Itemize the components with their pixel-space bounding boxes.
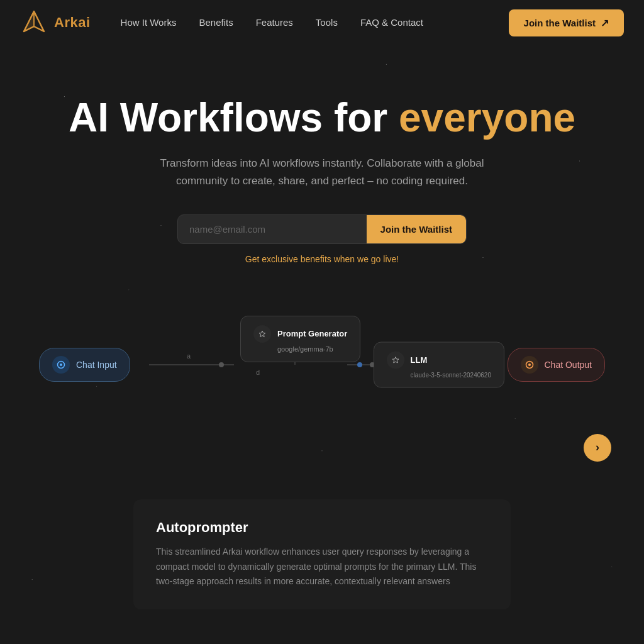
svg-point-18	[528, 364, 531, 366]
nav-links: How It Works Benefits Features Tools FAQ…	[121, 17, 423, 28]
svg-point-7	[219, 362, 224, 367]
svg-point-16	[60, 364, 62, 366]
hero-waitlist-button[interactable]: Join the Waitlist	[367, 215, 466, 243]
nav-how-it-works[interactable]: How It Works	[121, 17, 177, 28]
hero-waitlist-label: Join the Waitlist	[380, 224, 452, 235]
hero-title-part1: AI Workflows for	[69, 95, 399, 140]
navbar-left: Arkai How It Works Benefits Features Too…	[20, 9, 423, 36]
prompt-gen-subtitle: google/gemma-7b	[253, 345, 333, 353]
chat-output-node: Chat Output	[508, 348, 606, 382]
chat-input-icon	[52, 356, 70, 374]
hero-benefits-text: Get exclusive benefits when we go live!	[245, 254, 399, 264]
hero-email-form: Join the Waitlist	[177, 214, 467, 244]
logo-link[interactable]: Arkai	[20, 9, 91, 36]
navbar: Arkai How It Works Benefits Features Too…	[0, 0, 644, 45]
waitlist-nav-button[interactable]: Join the Waitlist ↗	[509, 9, 624, 36]
svg-text:d: d	[256, 369, 260, 376]
prompt-gen-title: Prompt Generator	[277, 329, 347, 338]
prompt-generator-node: Prompt Generator google/gemma-7b	[240, 316, 360, 362]
next-arrow-icon: ›	[596, 441, 599, 454]
svg-point-8	[357, 362, 362, 367]
prompt-gen-icon	[253, 325, 271, 343]
nav-features[interactable]: Features	[256, 17, 293, 28]
svg-marker-1	[24, 11, 34, 31]
autoprompter-title: Autoprompter	[156, 519, 488, 536]
hero-email-input[interactable]	[178, 215, 367, 243]
llm-title: LLM	[411, 355, 428, 365]
chat-output-icon	[521, 356, 538, 374]
chat-input-label: Chat Input	[76, 360, 117, 370]
llm-subtitle: claude-3-5-sonnet-20240620	[387, 371, 491, 378]
chat-output-label: Chat Output	[545, 360, 592, 370]
nav-benefits[interactable]: Benefits	[199, 17, 233, 28]
waitlist-nav-arrow: ↗	[601, 17, 609, 29]
nav-tools[interactable]: Tools	[316, 17, 338, 28]
hero-subtitle: Transform ideas into AI workflows instan…	[152, 155, 492, 189]
svg-text:a: a	[187, 352, 191, 360]
workflow-section: a b c d Chat Input Pro	[0, 289, 644, 487]
logo-text: Arkai	[54, 14, 91, 31]
nav-faq[interactable]: FAQ & Contact	[360, 17, 423, 28]
chat-input-node: Chat Input	[39, 348, 130, 382]
hero-title-accent: everyone	[399, 95, 575, 140]
llm-icon	[387, 351, 404, 369]
hero-title: AI Workflows for everyone	[69, 96, 575, 140]
workflow-canvas: a b c d Chat Input Pro	[39, 314, 605, 415]
autoprompter-card: Autoprompter This streamlined Arkai work…	[133, 499, 511, 609]
waitlist-nav-label: Join the Waitlist	[524, 18, 596, 28]
autoprompter-description: This streamlined Arkai workflow enhances…	[156, 545, 488, 589]
workflow-next-button[interactable]: ›	[584, 434, 611, 462]
hero-section: AI Workflows for everyone Transform idea…	[0, 45, 644, 289]
arkai-logo-icon	[20, 9, 48, 36]
llm-node: LLM claude-3-5-sonnet-20240620	[374, 341, 504, 387]
